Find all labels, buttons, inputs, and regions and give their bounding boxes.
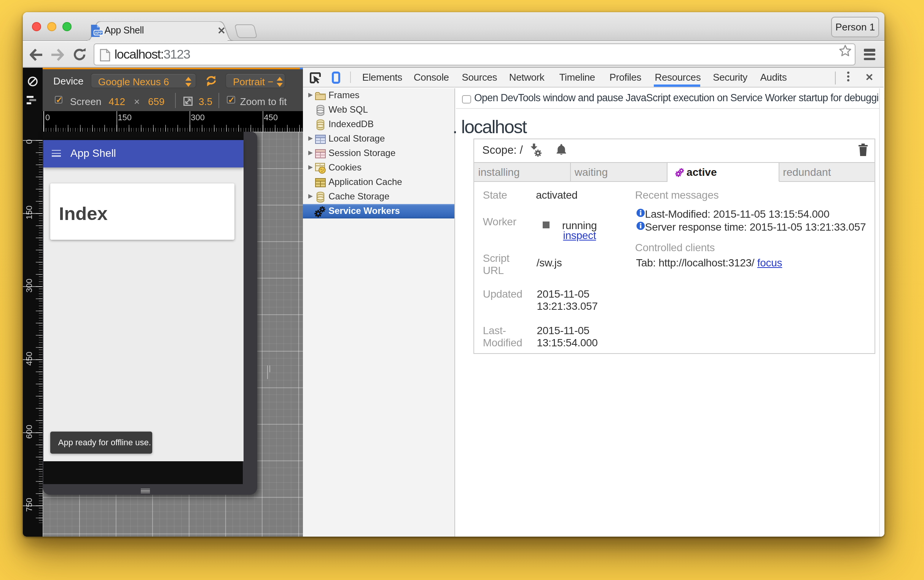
svg-text:APP: APP	[95, 30, 102, 35]
